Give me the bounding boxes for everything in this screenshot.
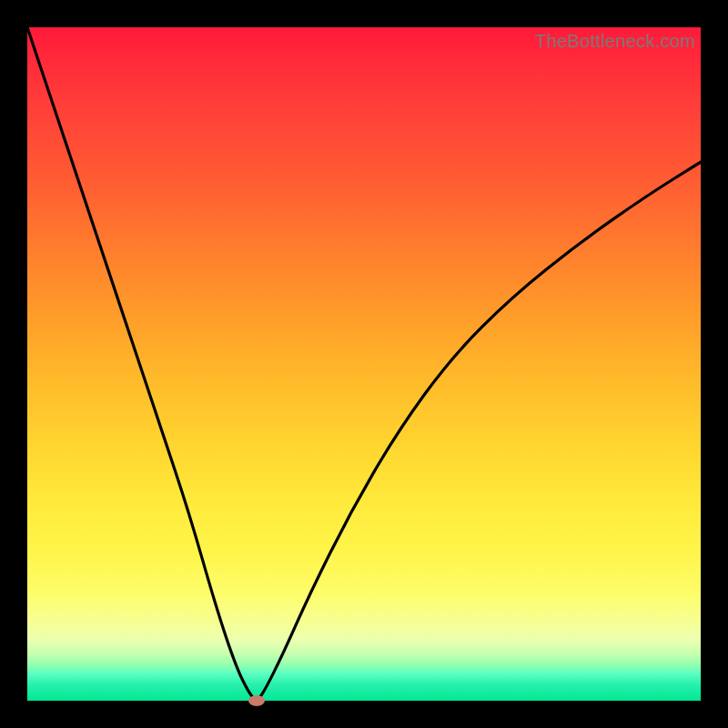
chart-frame: TheBottleneck.com	[0, 0, 728, 728]
plot-area: TheBottleneck.com	[27, 27, 701, 701]
minimum-marker	[248, 695, 265, 706]
curve-svg	[27, 27, 701, 701]
bottleneck-curve	[27, 27, 701, 699]
